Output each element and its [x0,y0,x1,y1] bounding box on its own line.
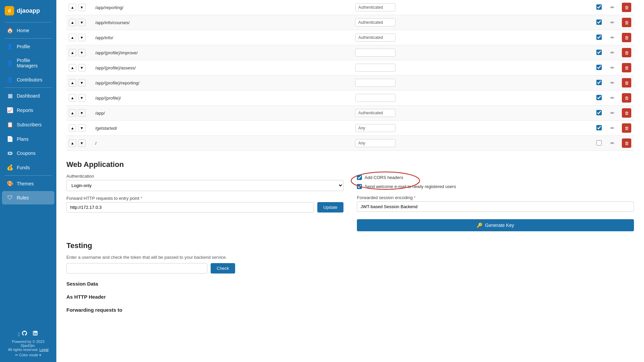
sidebar-item-subscribers[interactable]: 📋 Subscribers [2,118,54,131]
move-up-button[interactable]: ▲ [69,139,76,147]
move-up-button[interactable]: ▲ [69,64,76,71]
sidebar-item-contributors[interactable]: 👤 Contributors [2,73,54,86]
edit-route-button[interactable]: ✏ [608,4,616,11]
delete-route-button[interactable]: 🗑 [622,18,631,27]
edit-route-button[interactable]: ✏ [608,49,616,56]
route-enabled-checkbox[interactable] [596,140,602,145]
route-enabled-checkbox[interactable] [596,125,602,130]
route-checkbox-cell [592,90,606,106]
sidebar-item-rules[interactable]: 🛡 Rules [2,191,54,204]
legal-link[interactable]: Legal [40,348,49,352]
route-enabled-checkbox[interactable] [596,110,602,115]
plans-icon: 📄 [7,136,13,142]
route-auth-cell [353,60,592,75]
forward-input[interactable] [66,202,314,213]
delete-route-button[interactable]: 🗑 [622,108,631,118]
route-enabled-checkbox[interactable] [596,4,602,10]
sidebar-item-coupons[interactable]: 🎟 Coupons [2,146,54,160]
route-enabled-checkbox[interactable] [596,80,602,85]
route-enabled-checkbox[interactable] [596,65,602,70]
delete-route-button[interactable]: 🗑 [622,63,631,72]
route-delete-cell: 🗑 [619,136,634,151]
generate-key-button[interactable]: 🔑 Generate Key [357,219,634,231]
sidebar-item-dashboard[interactable]: ▦ Dashboard [2,89,54,103]
move-down-button[interactable]: ▼ [78,94,86,102]
route-auth-input[interactable] [355,49,395,57]
move-down-button[interactable]: ▼ [78,4,86,11]
delete-route-button[interactable]: 🗑 [622,48,631,57]
move-up-button[interactable]: ▲ [69,49,76,56]
move-down-button[interactable]: ▼ [78,139,86,147]
route-auth-input[interactable] [355,94,395,102]
route-path: /app/{profile}/ [93,90,353,106]
cors-highlight: Add CORS headers [357,175,403,180]
auth-select[interactable]: Login-only [66,180,343,191]
forwarded-encoding-input[interactable] [357,201,634,212]
welcome-email-checkbox[interactable] [357,184,362,189]
delete-route-button[interactable]: 🗑 [622,93,631,103]
route-enabled-checkbox[interactable] [596,35,602,40]
move-down-button[interactable]: ▼ [78,64,86,71]
test-username-input[interactable] [66,263,207,274]
check-button[interactable]: Check [211,263,235,274]
move-down-button[interactable]: ▼ [78,49,86,56]
delete-route-button[interactable]: 🗑 [622,123,631,133]
edit-route-button[interactable]: ✏ [608,34,616,41]
linkedin-icon[interactable] [32,330,38,338]
route-auth-input[interactable] [355,34,395,42]
color-mode-toggle[interactable]: ✏ Color mode ▾ [5,353,52,357]
route-auth-input[interactable] [355,18,395,26]
edit-route-button[interactable]: ✏ [608,140,616,146]
sidebar-item-funds[interactable]: 💰 Funds [2,161,54,174]
move-up-button[interactable]: ▲ [69,4,76,11]
edit-route-button[interactable]: ✏ [608,110,616,116]
edit-route-button[interactable]: ✏ [608,19,616,26]
delete-route-button[interactable]: 🗑 [622,78,631,87]
edit-route-button[interactable]: ✏ [608,79,616,86]
sidebar-item-themes[interactable]: 🎨 Themes [2,177,54,190]
route-enabled-checkbox[interactable] [596,95,602,100]
update-button[interactable]: Update [317,202,343,213]
delete-route-button[interactable]: 🗑 [622,3,631,12]
move-down-button[interactable]: ▼ [78,109,86,117]
edit-route-button[interactable]: ✏ [608,125,616,131]
move-up-button[interactable]: ▲ [69,79,76,86]
route-path: /app/reporting/ [93,0,353,15]
delete-route-button[interactable]: 🗑 [622,138,631,148]
move-up-button[interactable]: ▲ [69,34,76,41]
github-icon[interactable]:  [18,330,28,338]
move-up-button[interactable]: ▲ [69,19,76,26]
move-down-button[interactable]: ▼ [78,124,86,132]
move-down-button[interactable]: ▼ [78,34,86,41]
route-auth-input[interactable] [355,3,395,11]
rules-icon: 🛡 [7,195,13,201]
sidebar-item-profile[interactable]: 👤 Profile [2,40,54,53]
welcome-email-row[interactable]: Send welcome e-mail to newly registered … [357,184,634,189]
route-auth-input[interactable] [355,64,395,72]
route-delete-cell: 🗑 [619,90,634,106]
sidebar-item-home[interactable]: 🏠 Home [2,23,54,37]
sidebar-label-profile: Profile [17,44,30,49]
forwarded-encoding-group: Forwarded session encoding * [357,195,634,212]
route-auth-input[interactable] [355,124,395,132]
route-checkbox-cell [592,136,606,151]
move-down-button[interactable]: ▼ [78,79,86,86]
sidebar-item-reports[interactable]: 📈 Reports [2,103,54,117]
table-row: ▲ ▼ /app/{profile}/improve/ ✏ 🗑 [66,45,634,60]
move-up-button[interactable]: ▲ [69,124,76,132]
route-enabled-checkbox[interactable] [596,19,602,25]
route-auth-input[interactable] [355,109,395,117]
cors-checkbox[interactable] [357,175,362,180]
edit-route-button[interactable]: ✏ [608,64,616,71]
move-up-button[interactable]: ▲ [69,94,76,102]
move-down-button[interactable]: ▼ [78,19,86,26]
cors-checkbox-row[interactable]: Add CORS headers [357,175,403,180]
sidebar-item-profile-managers[interactable]: 👤 Profile Managers [2,54,54,72]
delete-route-button[interactable]: 🗑 [622,33,631,42]
move-up-button[interactable]: ▲ [69,109,76,117]
route-auth-input[interactable] [355,79,395,87]
route-auth-input[interactable] [355,139,395,147]
route-enabled-checkbox[interactable] [596,50,602,55]
sidebar-item-plans[interactable]: 📄 Plans [2,132,54,146]
edit-route-button[interactable]: ✏ [608,95,616,101]
